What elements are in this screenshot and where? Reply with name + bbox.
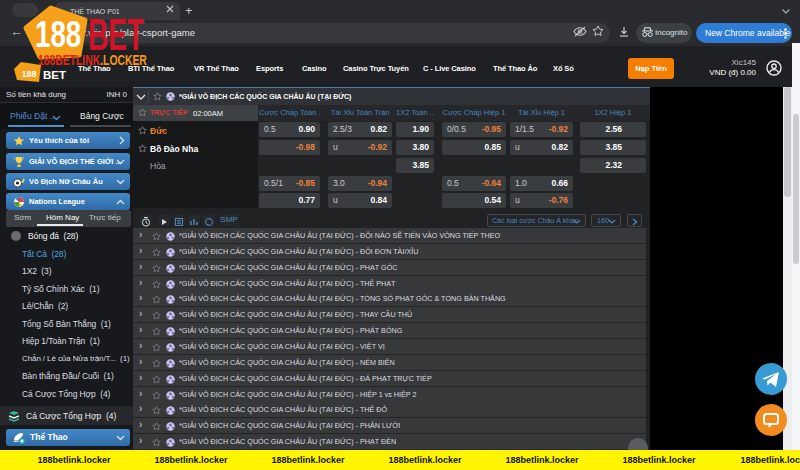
svg-text:BET: BET xyxy=(43,69,66,81)
svg-text:188: 188 xyxy=(21,69,36,79)
